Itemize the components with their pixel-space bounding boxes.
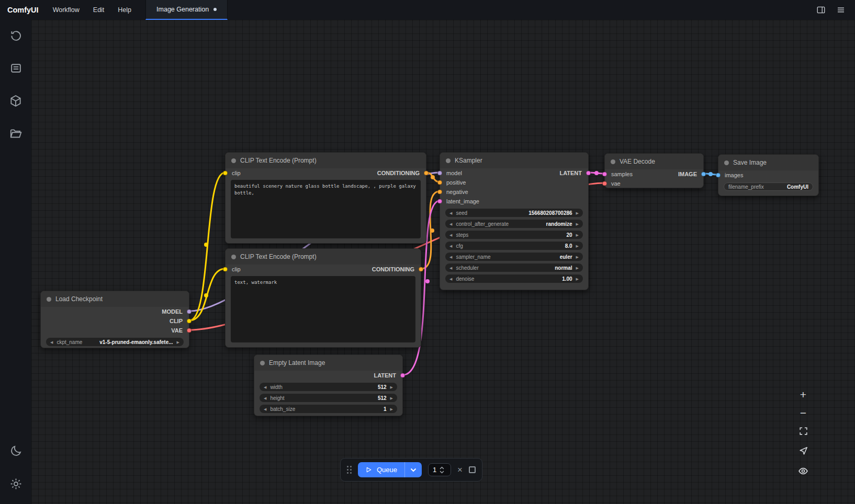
queue-button[interactable]: Queue — [358, 462, 422, 477]
increment-arrow-icon[interactable] — [576, 255, 579, 259]
collapse-dot[interactable] — [446, 158, 451, 163]
widget-batch-size[interactable]: batch_size 1 — [260, 405, 397, 413]
increment-arrow-icon[interactable] — [390, 407, 393, 411]
node-header[interactable]: CLIP Text Encode (Prompt) — [226, 153, 426, 168]
decrement-arrow-icon[interactable] — [264, 396, 266, 400]
zoom-out-icon[interactable] — [798, 408, 808, 418]
increment-chevron-icon[interactable] — [440, 466, 444, 469]
widget-control-after-generate[interactable]: control_after_generate randomize — [445, 220, 583, 228]
widget-sampler-name[interactable]: sampler_name euler — [445, 253, 583, 261]
widget-seed[interactable]: seed 156680208700286 — [445, 209, 583, 217]
queue-history-icon[interactable] — [9, 29, 22, 42]
collapse-dot[interactable] — [47, 297, 51, 302]
prompt-textarea[interactable]: text, watermark — [231, 276, 415, 342]
stop-icon[interactable] — [469, 466, 476, 473]
tab-image-generation[interactable]: Image Generation — [145, 0, 228, 20]
decrement-arrow-icon[interactable] — [449, 244, 452, 248]
output-port-latent[interactable] — [400, 373, 405, 378]
input-port-images[interactable] — [716, 173, 721, 178]
increment-arrow-icon[interactable] — [576, 211, 579, 215]
workflows-folder-icon[interactable] — [9, 127, 22, 141]
widget-steps[interactable]: steps 20 — [445, 231, 583, 239]
widget-height[interactable]: height 512 — [260, 394, 397, 402]
decrement-arrow-icon[interactable] — [449, 255, 452, 259]
node-header[interactable]: VAE Decode — [605, 154, 703, 169]
output-port-conditioning[interactable] — [419, 267, 423, 272]
widget-ckpt-name[interactable]: ckpt_name v1-5-pruned-emaonly.safete... — [46, 338, 184, 346]
collapse-dot[interactable] — [260, 361, 265, 365]
node-empty-latent-image[interactable]: Empty Latent Image LATENT width 512 heig… — [254, 354, 403, 416]
increment-arrow-icon[interactable] — [576, 277, 579, 281]
widget-scheduler[interactable]: scheduler normal — [445, 264, 583, 272]
widget-filename-prefix[interactable]: filename_prefix ComfyUI — [724, 182, 813, 191]
output-port-image[interactable] — [701, 172, 706, 177]
input-port-positive[interactable] — [437, 180, 442, 185]
node-ksampler[interactable]: KSampler model LATENT positive negative … — [440, 152, 589, 290]
increment-arrow-icon[interactable] — [576, 233, 579, 237]
node-vae-decode[interactable]: VAE Decode samples IMAGE vae — [604, 153, 704, 188]
output-port-conditioning[interactable] — [424, 171, 429, 176]
prompt-textarea[interactable]: beautiful scenery nature glass bottle la… — [231, 180, 421, 238]
node-clip-text-encode-positive[interactable]: CLIP Text Encode (Prompt) clip CONDITION… — [225, 152, 426, 244]
output-port-model[interactable] — [187, 310, 192, 314]
output-port-clip[interactable] — [187, 319, 192, 324]
increment-arrow-icon[interactable] — [177, 340, 179, 344]
batch-count-input[interactable]: 1 — [428, 463, 451, 476]
input-port-clip[interactable] — [223, 267, 228, 272]
output-port-latent[interactable] — [586, 171, 591, 176]
decrement-arrow-icon[interactable] — [264, 407, 266, 411]
decrement-chevron-icon[interactable] — [440, 471, 444, 474]
model-library-icon[interactable] — [9, 94, 22, 108]
hamburger-menu-icon[interactable] — [836, 5, 846, 15]
input-port-vae[interactable] — [602, 181, 607, 186]
queue-options-chevron-icon[interactable] — [405, 462, 422, 477]
drag-handle-icon[interactable] — [347, 466, 352, 474]
widget-cfg[interactable]: cfg 8.0 — [445, 242, 583, 250]
input-port-samples[interactable] — [602, 172, 607, 177]
increment-arrow-icon[interactable] — [576, 266, 579, 270]
toggle-visibility-eye-icon[interactable] — [798, 466, 808, 478]
node-header[interactable]: Empty Latent Image — [254, 355, 402, 371]
node-load-checkpoint[interactable]: Load Checkpoint MODEL CLIP VAE ckpt_name… — [40, 291, 189, 348]
panel-toggle-icon[interactable] — [816, 5, 826, 15]
node-save-image[interactable]: Save Image images filename_prefix ComfyU… — [718, 154, 819, 196]
graph-canvas[interactable]: Load Checkpoint MODEL CLIP VAE ckpt_name… — [31, 20, 855, 504]
decrement-arrow-icon[interactable] — [449, 277, 452, 281]
output-port-vae[interactable] — [187, 328, 192, 333]
node-clip-text-encode-negative[interactable]: CLIP Text Encode (Prompt) clip CONDITION… — [225, 248, 421, 348]
fit-view-icon[interactable] — [798, 426, 808, 438]
increment-arrow-icon[interactable] — [390, 396, 393, 400]
collapse-dot[interactable] — [724, 161, 729, 165]
select-cursor-icon[interactable] — [798, 446, 808, 458]
node-header[interactable]: Save Image — [718, 155, 818, 170]
input-port-model[interactable] — [437, 171, 442, 176]
settings-gear-icon[interactable] — [9, 477, 22, 490]
collapse-dot[interactable] — [611, 159, 615, 164]
decrement-arrow-icon[interactable] — [50, 340, 53, 344]
theme-toggle-icon[interactable] — [9, 444, 22, 457]
increment-arrow-icon[interactable] — [390, 385, 393, 389]
collapse-dot[interactable] — [231, 158, 236, 163]
menu-edit[interactable]: Edit — [86, 0, 111, 20]
decrement-arrow-icon[interactable] — [449, 211, 452, 215]
widget-denoise[interactable]: denoise 1.00 — [445, 274, 583, 283]
menu-workflow[interactable]: Workflow — [46, 0, 86, 20]
collapse-dot[interactable] — [231, 255, 236, 259]
zoom-in-icon[interactable] — [798, 390, 808, 400]
widget-width[interactable]: width 512 — [260, 383, 397, 391]
input-port-latent-image[interactable] — [437, 199, 442, 204]
menu-help[interactable]: Help — [111, 0, 138, 20]
clear-queue-icon[interactable] — [457, 465, 463, 474]
input-port-negative[interactable] — [437, 190, 442, 194]
node-header[interactable]: KSampler — [440, 153, 588, 168]
node-library-icon[interactable] — [9, 62, 22, 75]
input-port-clip[interactable] — [223, 171, 228, 176]
node-header[interactable]: CLIP Text Encode (Prompt) — [226, 249, 421, 265]
increment-arrow-icon[interactable] — [576, 244, 579, 248]
node-header[interactable]: Load Checkpoint — [41, 291, 189, 307]
decrement-arrow-icon[interactable] — [449, 222, 452, 226]
decrement-arrow-icon[interactable] — [449, 233, 452, 237]
increment-arrow-icon[interactable] — [576, 222, 579, 226]
decrement-arrow-icon[interactable] — [449, 266, 452, 270]
decrement-arrow-icon[interactable] — [264, 385, 266, 389]
